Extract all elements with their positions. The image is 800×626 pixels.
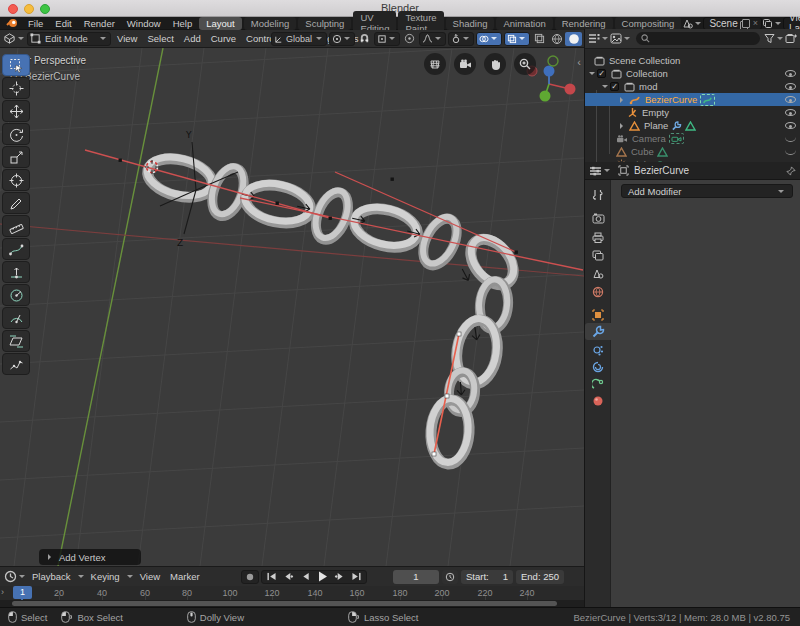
- tab-constraints[interactable]: [585, 375, 611, 392]
- proportional-editing-toggle[interactable]: [401, 32, 418, 46]
- viewport-menu-curve[interactable]: Curve: [206, 33, 241, 44]
- workspace-tab-modeling[interactable]: Modeling: [244, 17, 297, 30]
- timeline-menu-view[interactable]: View: [135, 571, 165, 582]
- curve-data-icon[interactable]: [700, 94, 715, 106]
- mesh-data-icon[interactable]: [685, 121, 696, 131]
- menu-window[interactable]: Window: [121, 18, 167, 29]
- workspace-tab-layout[interactable]: Layout: [199, 17, 242, 30]
- tool-rotate[interactable]: [2, 123, 30, 145]
- tool-randomize[interactable]: [2, 353, 30, 375]
- menu-help[interactable]: Help: [167, 18, 199, 29]
- outliner-row-mod[interactable]: ✓ mod: [585, 80, 800, 93]
- timeline-menu-marker[interactable]: Marker: [165, 571, 205, 582]
- snap-settings-selector[interactable]: [374, 32, 400, 46]
- tab-object[interactable]: [585, 306, 611, 323]
- modifier-wrench-icon[interactable]: [671, 121, 682, 131]
- show-gizmo-selector[interactable]: [448, 32, 474, 46]
- transform-orientation-selector[interactable]: Global: [271, 32, 327, 46]
- tab-output[interactable]: [585, 229, 611, 246]
- menu-file[interactable]: File: [22, 18, 49, 29]
- mode-selector[interactable]: Edit Mode: [27, 32, 111, 46]
- viewport-3d[interactable]: Y Z: [0, 48, 584, 566]
- unlink-scene-icon[interactable]: ×: [750, 18, 761, 28]
- tool-cursor[interactable]: [2, 77, 30, 99]
- outliner-row-collection[interactable]: ✓ Collection: [585, 67, 800, 80]
- visibility-eye-closed-icon[interactable]: [785, 137, 796, 142]
- timeline-scrollbar[interactable]: [0, 600, 584, 607]
- auto-keying-record-button[interactable]: [241, 570, 259, 584]
- shading-solid-icon[interactable]: [565, 32, 582, 46]
- tab-world[interactable]: [585, 283, 611, 300]
- visibility-eye-icon[interactable]: [785, 83, 796, 90]
- toggle-camera-view-button[interactable]: [454, 53, 476, 75]
- scene-browse-dropdown[interactable]: [695, 22, 701, 28]
- use-preview-range-clock-icon[interactable]: [442, 570, 458, 584]
- viewport-menu-add[interactable]: Add: [179, 33, 206, 44]
- outliner-filter-dropdown[interactable]: [777, 37, 783, 43]
- pan-view-hand-button[interactable]: [484, 53, 506, 75]
- workspace-tab-shading[interactable]: Shading: [446, 17, 495, 30]
- outliner-row-scene-collection[interactable]: Scene Collection: [585, 54, 800, 67]
- expand-icon[interactable]: [589, 72, 595, 78]
- outliner-display-mode-icon[interactable]: [588, 33, 600, 44]
- tool-tilt[interactable]: [2, 307, 30, 329]
- proportional-falloff-selector[interactable]: [419, 32, 446, 46]
- mesh-data-icon[interactable]: [657, 147, 668, 157]
- outliner-filter-id-icon[interactable]: [610, 33, 622, 44]
- camera-data-icon[interactable]: [669, 133, 684, 144]
- editor-type-dropdown[interactable]: [19, 575, 25, 581]
- expand-icon[interactable]: [620, 123, 626, 129]
- visibility-eye-icon[interactable]: [785, 96, 796, 103]
- tool-extrude[interactable]: [2, 261, 30, 283]
- tab-active-tool[interactable]: [585, 186, 611, 203]
- outliner-row-camera[interactable]: Camera: [585, 132, 800, 145]
- pin-icon[interactable]: [786, 166, 796, 176]
- frame-end-field[interactable]: End:250: [516, 570, 564, 584]
- outliner-search-input[interactable]: [636, 32, 760, 45]
- play-button[interactable]: [314, 570, 331, 584]
- editor-type-dropdown[interactable]: [604, 169, 610, 175]
- scene-icon[interactable]: [682, 18, 693, 29]
- next-keyframe-button[interactable]: [331, 570, 348, 584]
- workspace-tab-sculpting[interactable]: Sculpting: [298, 17, 351, 30]
- outliner-row-beziercurve[interactable]: BezierCurve: [585, 93, 800, 106]
- tool-draw-curve[interactable]: [2, 238, 30, 260]
- collection-checkbox[interactable]: ✓: [597, 69, 606, 78]
- jump-to-start-button[interactable]: [263, 570, 280, 584]
- operator-panel-add-vertex[interactable]: Add Vertex: [39, 549, 141, 565]
- new-scene-icon[interactable]: [740, 19, 748, 28]
- editor-type-dropdown[interactable]: [18, 37, 24, 43]
- tool-annotate[interactable]: [2, 192, 30, 214]
- shading-wireframe-icon[interactable]: [548, 32, 565, 46]
- sidebar-collapse-arrow[interactable]: ‹: [577, 56, 581, 68]
- view-layer-name-field[interactable]: View Layer ×: [783, 17, 800, 30]
- collection-checkbox[interactable]: ✓: [610, 82, 619, 91]
- view-layer-browse-dropdown[interactable]: [775, 22, 781, 28]
- editor-type-timeline-icon[interactable]: [4, 570, 17, 583]
- visibility-eye-icon[interactable]: [785, 109, 796, 116]
- workspace-tab-animation[interactable]: Animation: [496, 17, 552, 30]
- menu-render[interactable]: Render: [78, 18, 121, 29]
- tool-transform[interactable]: [2, 169, 30, 191]
- outliner-row-empty[interactable]: Empty: [585, 106, 800, 119]
- tool-measure[interactable]: [2, 215, 30, 237]
- visibility-eye-closed-icon[interactable]: [785, 150, 796, 155]
- timeline-menu-playback[interactable]: Playback: [27, 571, 76, 582]
- pivot-point-selector[interactable]: [329, 32, 355, 46]
- outliner-row-plane[interactable]: Plane: [585, 119, 800, 132]
- visibility-eye-icon[interactable]: [785, 122, 796, 129]
- tab-modifiers[interactable]: [585, 323, 611, 340]
- outliner-row-cube[interactable]: Cube: [585, 145, 800, 158]
- tab-view-layer[interactable]: [585, 247, 611, 264]
- outliner-display-mode-dropdown[interactable]: [602, 37, 608, 43]
- visibility-eye-icon[interactable]: [785, 70, 796, 77]
- previous-keyframe-button[interactable]: [280, 570, 297, 584]
- current-frame-indicator[interactable]: 1: [13, 586, 32, 599]
- xray-toggle-selector[interactable]: [504, 32, 530, 46]
- tab-particles[interactable]: [585, 341, 611, 358]
- toggle-perspective-button[interactable]: [424, 53, 446, 75]
- tab-object-data[interactable]: [585, 392, 611, 409]
- tool-scale[interactable]: [2, 146, 30, 168]
- outliner-filter-funnel-icon[interactable]: [764, 33, 775, 44]
- scrollbar-thumb[interactable]: [12, 601, 557, 606]
